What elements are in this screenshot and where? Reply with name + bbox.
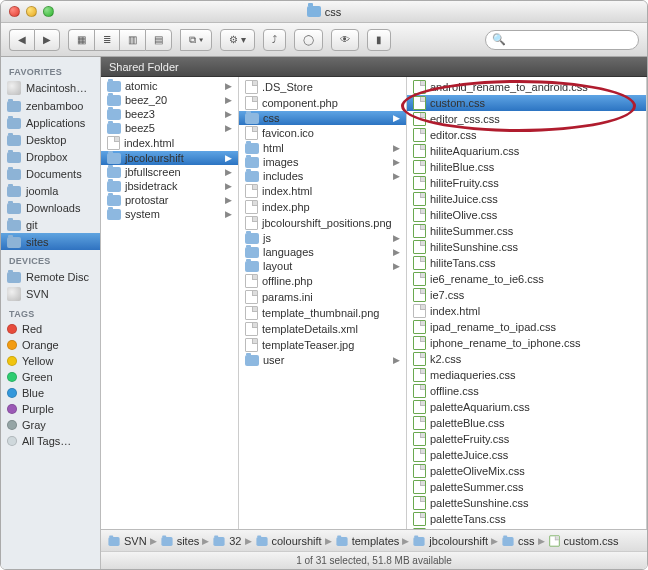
list-item[interactable]: includes▶ [239, 169, 406, 183]
list-item[interactable]: .DS_Store [239, 79, 406, 95]
view-coverflow-button[interactable]: ▤ [145, 29, 172, 51]
list-item[interactable]: template_thumbnail.png [239, 305, 406, 321]
list-item[interactable]: paletteSummer.css [407, 479, 646, 495]
path-segment[interactable]: 32 [212, 535, 241, 547]
list-item[interactable]: paletteSunshine.css [407, 495, 646, 511]
list-item[interactable]: index.html [101, 135, 238, 151]
minimize-button[interactable] [26, 6, 37, 17]
sidebar-item-purple[interactable]: Purple [1, 401, 100, 417]
list-item[interactable]: params.ini [239, 289, 406, 305]
list-item[interactable]: hiliteJuice.css [407, 191, 646, 207]
sidebar-item-all-tags-[interactable]: All Tags… [1, 433, 100, 449]
list-item[interactable]: templateDetails.xml [239, 321, 406, 337]
search-field[interactable]: 🔍 [485, 30, 639, 50]
share-button[interactable]: ⤴ [263, 29, 286, 51]
sidebar-item-downloads[interactable]: Downloads [1, 199, 100, 216]
list-item[interactable]: ie6_rename_to_ie6.css [407, 271, 646, 287]
list-item[interactable]: protostar▶ [101, 193, 238, 207]
list-item[interactable]: ie7.css [407, 287, 646, 303]
list-item[interactable]: index.html [407, 303, 646, 319]
list-item[interactable]: user▶ [239, 353, 406, 367]
list-item[interactable]: favicon.ico [239, 125, 406, 141]
sidebar-item-joomla[interactable]: joomla [1, 182, 100, 199]
path-segment[interactable]: jbcolourshift [412, 535, 488, 547]
list-item[interactable]: iphone_rename_to_iphone.css [407, 335, 646, 351]
sidebar-item-documents[interactable]: Documents [1, 165, 100, 182]
path-segment[interactable]: SVN [107, 535, 147, 547]
list-item[interactable]: mediaqueries.css [407, 367, 646, 383]
list-item[interactable]: layout▶ [239, 259, 406, 273]
list-item[interactable]: templateTeaser.jpg [239, 337, 406, 353]
list-item[interactable]: paletteAquarium.css [407, 399, 646, 415]
list-item[interactable]: jbcolourshift_positions.png [239, 215, 406, 231]
sidebar-item-blue[interactable]: Blue [1, 385, 100, 401]
list-item[interactable]: beez5▶ [101, 121, 238, 135]
close-button[interactable] [9, 6, 20, 17]
forward-button[interactable]: ▶ [34, 29, 60, 51]
sidebar-item-svn[interactable]: SVN [1, 285, 100, 303]
list-item[interactable]: html▶ [239, 141, 406, 155]
path-segment[interactable]: sites [160, 535, 200, 547]
list-item[interactable]: hiliteAquarium.css [407, 143, 646, 159]
list-item[interactable]: android_rename_to_android.css [407, 79, 646, 95]
sidebar-item-yellow[interactable]: Yellow [1, 353, 100, 369]
list-item[interactable]: js▶ [239, 231, 406, 245]
view-column-button[interactable]: ▥ [119, 29, 145, 51]
list-item[interactable]: jbfullscreen▶ [101, 165, 238, 179]
list-item[interactable]: images▶ [239, 155, 406, 169]
list-item[interactable]: css▶ [239, 111, 406, 125]
list-item[interactable]: index.php [239, 199, 406, 215]
sidebar-item-git[interactable]: git [1, 216, 100, 233]
list-item[interactable]: hiliteTans.css [407, 255, 646, 271]
list-item[interactable]: offline.php [239, 273, 406, 289]
sidebar-item-zenbamboo[interactable]: zenbamboo [1, 97, 100, 114]
list-item[interactable]: paletteFruity.css [407, 431, 646, 447]
list-item[interactable]: atomic▶ [101, 79, 238, 93]
list-item[interactable]: hiliteBlue.css [407, 159, 646, 175]
sidebar-item-remote-disc[interactable]: Remote Disc [1, 268, 100, 285]
view-list-button[interactable]: ≣ [94, 29, 119, 51]
list-item[interactable]: component.php [239, 95, 406, 111]
path-segment[interactable]: css [501, 535, 535, 547]
path-segment[interactable]: colourshift [255, 535, 322, 547]
sidebar-item-desktop[interactable]: Desktop [1, 131, 100, 148]
list-item[interactable]: paletteOliveMix.css [407, 463, 646, 479]
list-item[interactable]: offline.css [407, 383, 646, 399]
sidebar-item-applications[interactable]: Applications [1, 114, 100, 131]
search-input[interactable] [509, 34, 632, 46]
sidebar-item-sites[interactable]: sites [1, 233, 100, 250]
list-item[interactable]: editor.css [407, 127, 646, 143]
list-item[interactable]: system▶ [101, 207, 238, 221]
list-item[interactable]: hiliteSummer.css [407, 223, 646, 239]
list-item[interactable]: hiliteFruity.css [407, 175, 646, 191]
terminal-button[interactable]: ▮ [367, 29, 391, 51]
sidebar-item-orange[interactable]: Orange [1, 337, 100, 353]
quicklook-button[interactable]: 👁 [331, 29, 359, 51]
action-button[interactable]: ⚙ ▾ [220, 29, 255, 51]
sidebar-item-gray[interactable]: Gray [1, 417, 100, 433]
list-item[interactable]: languages▶ [239, 245, 406, 259]
list-item[interactable]: beez3▶ [101, 107, 238, 121]
titlebar[interactable]: css [1, 1, 647, 23]
list-item[interactable]: custom.css [407, 95, 646, 111]
list-item[interactable]: jbsidetrack▶ [101, 179, 238, 193]
list-item[interactable]: jbcolourshift▶ [101, 151, 238, 165]
tags-button[interactable]: ◯ [294, 29, 323, 51]
list-item[interactable]: paletteBlue.css [407, 415, 646, 431]
list-item[interactable]: beez_20▶ [101, 93, 238, 107]
sidebar-item-macintosh-[interactable]: Macintosh… [1, 79, 100, 97]
sidebar-item-green[interactable]: Green [1, 369, 100, 385]
arrange-button[interactable]: ⧉ ▾ [180, 29, 212, 51]
path-segment[interactable]: templates [335, 535, 400, 547]
path-segment[interactable]: custom.css [548, 534, 619, 548]
list-item[interactable]: ipad_rename_to_ipad.css [407, 319, 646, 335]
list-item[interactable]: hiliteOlive.css [407, 207, 646, 223]
list-item[interactable]: hiliteSunshine.css [407, 239, 646, 255]
list-item[interactable]: index.html [239, 183, 406, 199]
view-icon-button[interactable]: ▦ [68, 29, 94, 51]
back-button[interactable]: ◀ [9, 29, 34, 51]
zoom-button[interactable] [43, 6, 54, 17]
sidebar-item-red[interactable]: Red [1, 321, 100, 337]
list-item[interactable]: paletteJuice.css [407, 447, 646, 463]
sidebar-item-dropbox[interactable]: Dropbox [1, 148, 100, 165]
